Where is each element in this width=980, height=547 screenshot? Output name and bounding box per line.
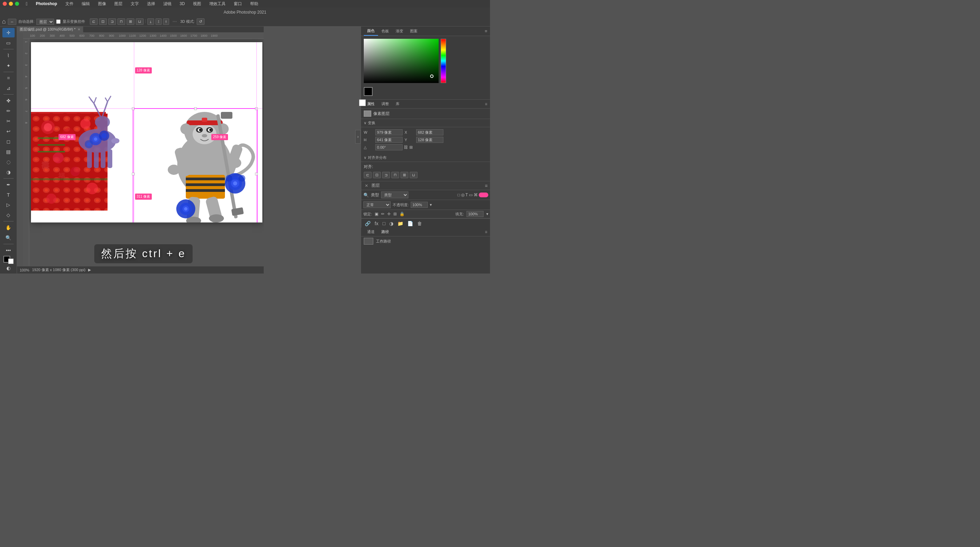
dist-center-h[interactable]: ⫱ [156,18,162,25]
minimize-button[interactable] [9,2,13,6]
align-bottom-btn[interactable]: ⊔ [410,172,417,178]
align-bottom[interactable]: ⊔ [136,18,143,25]
menu-3d[interactable]: 3D [178,1,186,7]
clone-stamp-tool[interactable]: ✂ [2,116,14,126]
align-top-btn[interactable]: ⊓ [391,172,399,178]
filter-type-dropdown[interactable]: 类型 [381,191,408,198]
auto-select-dropdown[interactable]: 图层 组 [37,19,54,25]
tab-channels[interactable]: 通道 [364,227,378,236]
tab-adjustments[interactable]: 调整 [378,100,392,108]
doc-tab[interactable]: 图层编组.psd @ 100%(RGB/8#) * ✕ [17,27,83,32]
fg-bg-swatches[interactable] [364,87,377,98]
show-transform-checkbox[interactable] [56,19,60,24]
adjustments-button[interactable]: ◑ [388,220,394,227]
angle-input[interactable] [375,144,402,150]
gradient-tool[interactable]: ▤ [2,147,14,156]
y-input[interactable] [416,137,443,143]
canvas-area[interactable]: 100 200 300 400 500 600 700 800 900 1000… [23,33,264,266]
menu-layer[interactable]: 图层 [113,0,124,8]
hue-strip[interactable] [441,39,446,83]
blur-tool[interactable]: ◌ [2,157,14,167]
new-layer-button[interactable]: 📄 [407,220,414,227]
tab-properties[interactable]: 属性 [364,100,378,108]
history-brush-tool[interactable]: ↩ [2,127,14,136]
zoom-tool[interactable]: 🔍 [2,233,14,243]
align-right-btn[interactable]: ⊐ [382,172,390,178]
background-swatch[interactable] [359,99,366,106]
dodge-tool[interactable]: ◑ [2,167,14,177]
tab-patterns[interactable]: 图案 [407,27,421,35]
layers-close-button[interactable]: ✕ [364,183,369,188]
attrs-panel-menu[interactable]: ≡ [485,102,487,107]
filter-pixel-icon[interactable]: □ [457,192,460,197]
fx-button[interactable]: fx [374,220,379,227]
menu-select[interactable]: 选择 [146,0,156,8]
foreground-swatch[interactable] [364,87,372,96]
close-button[interactable] [3,2,7,6]
filter-smart-icon[interactable]: ⌘ [474,192,478,197]
opacity-arrow[interactable]: ▾ [430,202,432,207]
transform-icon[interactable]: ⊞ [409,145,413,149]
mode-3d-btn[interactable]: ↺ [197,18,205,25]
filter-shape-icon[interactable]: ▭ [469,192,473,197]
align-left-btn[interactable]: ⊏ [364,172,372,178]
dist-left[interactable]: ⫰ [147,18,154,25]
move-tool[interactable]: ✛ [2,28,14,37]
menu-photoshop[interactable]: Photoshop [34,1,59,7]
tab-paths[interactable]: 路径 [378,227,392,236]
canvas-viewport[interactable]: 壽 福 [29,39,264,266]
background-color[interactable] [8,259,14,264]
lasso-tool[interactable]: ⌇ [2,51,14,60]
menu-window[interactable]: 窗口 [232,0,243,8]
chain-link-icon[interactable]: ⛓ [404,145,408,149]
marquee-tool[interactable]: ▭ [2,38,14,48]
align-hcenter-btn[interactable]: ⊡ [373,172,381,178]
text-tool[interactable]: T [2,190,14,200]
link-layers-button[interactable]: 🔗 [364,220,371,227]
align-top[interactable]: ⊓ [118,18,125,25]
path-row-work[interactable]: 工作路径 [361,237,490,246]
x-input[interactable] [416,129,443,135]
transform-section-header[interactable]: ∨ 变换 [361,119,490,127]
menu-file[interactable]: 文件 [64,0,75,8]
align-section-header[interactable]: ∨ 对齐并分布 [361,154,490,162]
menu-filter[interactable]: 滤镜 [162,0,173,8]
align-center-h[interactable]: ⊡ [99,18,107,25]
filter-toggle[interactable] [479,192,488,197]
quick-mask-mode[interactable]: ◐ [6,266,11,271]
tab-library[interactable]: 库 [392,100,403,108]
lock-move-icon[interactable]: ✛ [387,211,391,216]
align-vcenter-btn[interactable]: ⊞ [401,172,408,178]
maximize-button[interactable] [15,2,19,6]
filter-text-icon[interactable]: T [466,192,468,197]
h-input[interactable] [375,137,402,143]
color-panel-menu[interactable]: ≡ [485,29,487,34]
doc-tab-close[interactable]: ✕ [78,27,80,31]
eraser-tool[interactable]: ◻ [2,137,14,146]
tab-gradient[interactable]: 渐变 [392,27,407,35]
color-gradient-box[interactable] [364,39,439,83]
fg-bg-color[interactable] [3,256,14,264]
spot-heal-tool[interactable]: ✤ [2,96,14,105]
new-group-button[interactable]: 📁 [397,220,404,227]
right-collapse-button[interactable]: › [355,130,361,143]
eyedropper-tool[interactable]: ⊿ [2,84,14,93]
menu-image[interactable]: 图像 [97,0,108,8]
dist-right[interactable]: ⫲ [163,18,169,25]
lock-checkerboard-icon[interactable]: ▣ [375,211,379,216]
delete-layer-button[interactable]: 🗑 [417,220,423,227]
add-mask-button[interactable]: □ [382,220,386,227]
menu-edit[interactable]: 编辑 [80,0,91,8]
w-input[interactable] [375,129,402,135]
lock-artboard-icon[interactable]: ⊞ [393,211,397,216]
align-left[interactable]: ⊏ [90,18,98,25]
layers-panel-menu[interactable]: ≡ [485,183,488,188]
lock-all-icon[interactable]: 🔒 [399,211,404,216]
move-tool-options[interactable]: ↔ [8,19,16,25]
tab-swatches[interactable]: 色板 [378,27,392,35]
apple-menu[interactable]:  [26,1,27,6]
align-right[interactable]: ⊐ [108,18,116,25]
hand-tool[interactable]: ✋ [2,223,14,232]
shape-tool[interactable]: ◇ [2,210,14,220]
magic-wand-tool[interactable]: ✦ [2,61,14,70]
